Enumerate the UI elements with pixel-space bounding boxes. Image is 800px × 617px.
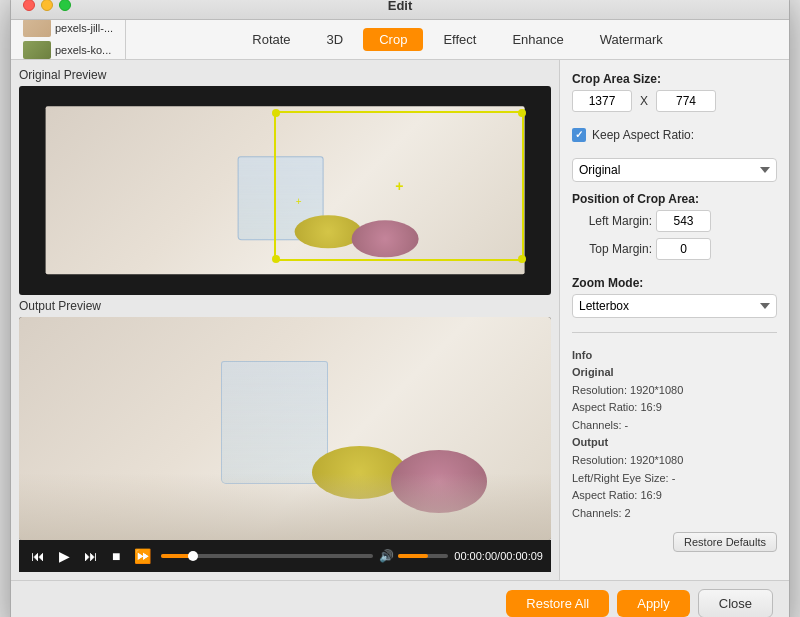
crop-area-size-label: Crop Area Size: <box>572 72 777 86</box>
info-output-resolution: Resolution: 1920*1080 <box>572 452 777 470</box>
file-name-2: pexels-ko... <box>55 44 111 56</box>
crop-height-input[interactable] <box>656 90 716 112</box>
traffic-lights <box>23 0 71 11</box>
output-glass <box>221 361 327 484</box>
file-item-2[interactable]: pexels-ko... <box>19 39 117 61</box>
info-title: Info <box>572 347 777 365</box>
tab-rotate[interactable]: Rotate <box>236 28 306 51</box>
restore-defaults-button[interactable]: Restore Defaults <box>673 532 777 552</box>
crop-width-input[interactable] <box>572 90 632 112</box>
next-frame-button[interactable]: ⏩ <box>130 547 155 565</box>
top-margin-label: Top Margin: <box>572 242 652 256</box>
output-preview-section: Output Preview ⏮ ▶ ⏭ <box>19 299 551 572</box>
original-scene <box>46 106 525 273</box>
info-output-aspect: Aspect Ratio: 16:9 <box>572 487 777 505</box>
file-item-1[interactable]: pexels-jill-... <box>19 17 117 39</box>
output-preview-label: Output Preview <box>19 299 551 313</box>
close-traffic-light[interactable] <box>23 0 35 11</box>
zoom-mode-section: Zoom Mode: Letterbox Crop Pan & Scan Non… <box>572 276 777 318</box>
progress-bar[interactable] <box>161 554 373 558</box>
macaron-purple <box>352 220 419 257</box>
stop-button[interactable]: ■ <box>108 547 124 565</box>
file-thumb-1 <box>23 19 51 37</box>
play-button[interactable]: ▶ <box>55 547 74 565</box>
original-preview-section: Original Preview <box>19 68 551 295</box>
info-original-channels: Channels: - <box>572 417 777 435</box>
macaron-yellow <box>295 215 362 248</box>
time-display: 00:00:00/00:00:09 <box>454 550 543 562</box>
crop-area-size-section: Crop Area Size: X <box>572 72 777 118</box>
output-scene <box>19 317 551 540</box>
main-window: Edit pexels-jill-... pexels-ko... Rotate… <box>10 0 790 617</box>
original-preview-label: Original Preview <box>19 68 551 82</box>
main-content: Original Preview <box>11 60 789 580</box>
info-output-label: Output <box>572 434 777 452</box>
output-preview-video <box>19 317 551 540</box>
file-list: pexels-jill-... pexels-ko... <box>19 17 126 61</box>
file-name-1: pexels-jill-... <box>55 22 113 34</box>
skip-back-button[interactable]: ⏮ <box>27 547 49 565</box>
aspect-select[interactable]: Original 16:9 4:3 1:1 Custom <box>572 158 777 182</box>
top-margin-row: Top Margin: <box>572 238 777 260</box>
info-output-channels: Channels: 2 <box>572 505 777 523</box>
tab-enhance[interactable]: Enhance <box>496 28 579 51</box>
left-margin-row: Left Margin: <box>572 210 777 232</box>
position-section: Position of Crop Area: Left Margin: Top … <box>572 192 777 266</box>
tab-watermark[interactable]: Watermark <box>584 28 679 51</box>
right-panel: Crop Area Size: X Keep Aspect Ratio: Ori… <box>559 60 789 580</box>
left-margin-label: Left Margin: <box>572 214 652 228</box>
window-title: Edit <box>388 0 413 13</box>
volume-fill <box>398 554 428 558</box>
file-thumb-2 <box>23 41 51 59</box>
x-separator: X <box>640 94 648 108</box>
zoom-select[interactable]: Letterbox Crop Pan & Scan None <box>572 294 777 318</box>
step-forward-button[interactable]: ⏭ <box>80 547 102 565</box>
left-margin-input[interactable] <box>656 210 711 232</box>
tab-3d[interactable]: 3D <box>311 28 360 51</box>
maximize-traffic-light[interactable] <box>59 0 71 11</box>
progress-dot <box>188 551 198 561</box>
close-button[interactable]: Close <box>698 589 773 618</box>
tab-effect[interactable]: Effect <box>427 28 492 51</box>
volume-control: 🔊 <box>379 549 448 563</box>
output-table-shadow <box>19 473 551 540</box>
volume-icon: 🔊 <box>379 549 394 563</box>
title-bar: Edit <box>11 0 789 20</box>
keep-aspect-checkbox[interactable] <box>572 128 586 142</box>
info-original-resolution: Resolution: 1920*1080 <box>572 382 777 400</box>
keep-aspect-row: Keep Aspect Ratio: <box>572 128 777 142</box>
info-original-label: Original <box>572 364 777 382</box>
keep-aspect-label: Keep Aspect Ratio: <box>592 128 694 142</box>
original-preview-video: + + <box>19 86 551 295</box>
divider <box>572 332 777 333</box>
top-margin-input[interactable] <box>656 238 711 260</box>
position-label: Position of Crop Area: <box>572 192 777 206</box>
tab-crop[interactable]: Crop <box>363 28 423 51</box>
bottom-bar: Restore All Apply Close <box>11 580 789 618</box>
nav-tabs-bar: pexels-jill-... pexels-ko... Rotate 3D C… <box>11 20 789 60</box>
minimize-traffic-light[interactable] <box>41 0 53 11</box>
info-block: Info Original Resolution: 1920*1080 Aspe… <box>572 347 777 523</box>
tabs-container: Rotate 3D Crop Effect Enhance Watermark <box>134 28 781 51</box>
playback-controls: ⏮ ▶ ⏭ ■ ⏩ 🔊 00:00:00/00:00 <box>19 540 551 572</box>
preview-panel: Original Preview <box>11 60 559 580</box>
apply-button[interactable]: Apply <box>617 590 690 617</box>
info-original-aspect: Aspect Ratio: 16:9 <box>572 399 777 417</box>
zoom-mode-label: Zoom Mode: <box>572 276 777 290</box>
volume-bar[interactable] <box>398 554 448 558</box>
info-output-eye-size: Left/Right Eye Size: - <box>572 470 777 488</box>
restore-all-button[interactable]: Restore All <box>506 590 609 617</box>
crop-crosshair-2: + <box>296 196 302 207</box>
crop-size-inputs: X <box>572 90 777 112</box>
